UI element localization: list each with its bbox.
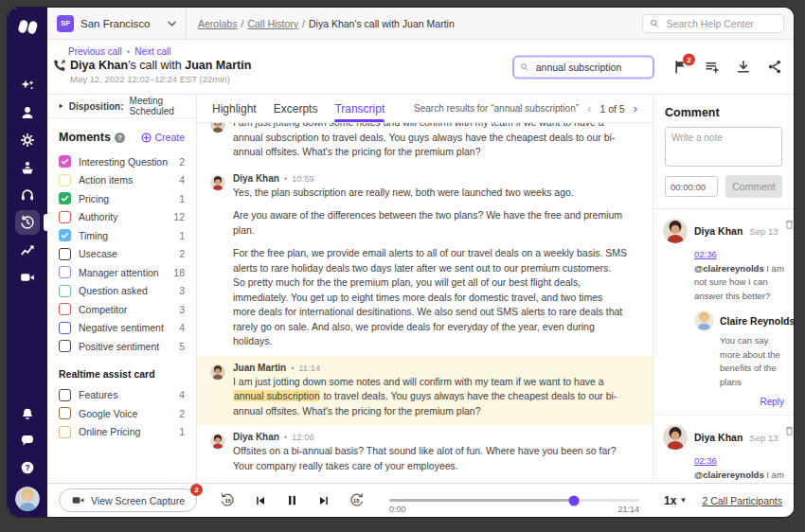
transcript-message[interactable]: I am just jotting down some notes and wi…: [197, 123, 653, 167]
sparkles-icon: [20, 78, 35, 93]
transcript-message[interactable]: Juan Martin•11:14I am just jotting down …: [197, 356, 653, 426]
comment-panel-title: Comment: [653, 95, 794, 127]
moment-row[interactable]: Features4: [47, 386, 196, 405]
sidebar-item-help[interactable]: ?: [15, 455, 40, 480]
delete-comment-icon[interactable]: [784, 219, 794, 230]
comment-note-input[interactable]: [665, 127, 782, 167]
moment-checkbox[interactable]: [59, 192, 71, 204]
breadcrumb-link-call-history[interactable]: Call History: [247, 18, 298, 29]
moment-checkbox[interactable]: [59, 211, 71, 223]
share-button[interactable]: [767, 60, 782, 75]
help-search[interactable]: [642, 14, 784, 33]
sidebar-item-sparkles[interactable]: [15, 73, 40, 98]
previous-call-link[interactable]: Previous call: [68, 46, 122, 57]
tab-excerpts[interactable]: Excerpts: [274, 95, 318, 122]
time-start-label: 0:00: [389, 505, 406, 514]
add-to-playlist-button[interactable]: [705, 60, 720, 75]
disposition-row[interactable]: Disposition: Meeting Scheduled: [47, 95, 196, 118]
comment-time-link[interactable]: 02:36: [694, 249, 717, 259]
moment-checkbox[interactable]: [59, 174, 71, 186]
transcript-scroll-area[interactable]: I am just jotting down some notes and wi…: [197, 123, 653, 483]
next-result-button[interactable]: ›: [634, 102, 637, 115]
moment-row[interactable]: Timing1: [47, 226, 196, 245]
moment-count: 12: [173, 211, 185, 222]
progress-track[interactable]: [389, 499, 639, 502]
sidebar-item-chat[interactable]: [15, 428, 40, 452]
reply-link[interactable]: Reply: [760, 397, 784, 407]
office-switcher[interactable]: SF San Francisco: [47, 8, 186, 39]
rewind-15-button[interactable]: 15: [220, 492, 236, 508]
next-track-button[interactable]: [317, 494, 331, 507]
breadcrumb-link-aerolabs[interactable]: Aerolabs: [198, 18, 237, 29]
moment-row[interactable]: Usecase2: [47, 245, 196, 264]
moment-row[interactable]: Negative sentiment4: [47, 319, 196, 338]
sidebar-item-meetings[interactable]: [15, 265, 40, 290]
app-logo-icon[interactable]: [16, 15, 40, 39]
previous-result-button[interactable]: ‹: [587, 102, 591, 115]
comment-submit-button[interactable]: Comment: [725, 175, 782, 198]
help-search-input[interactable]: [665, 17, 777, 30]
moment-checkbox[interactable]: [59, 322, 71, 334]
download-button[interactable]: [736, 60, 751, 75]
tab-highlight[interactable]: Highlight: [212, 95, 257, 122]
call-participants-link[interactable]: 2 Call Participants: [702, 495, 782, 506]
transcript-search-box[interactable]: [512, 55, 654, 79]
call-header: Previous call • Next call Diya Khan's ca…: [47, 40, 794, 95]
tab-transcript[interactable]: Transcript: [334, 95, 385, 122]
moment-label: Question asked: [79, 285, 171, 296]
moment-row[interactable]: Google Voice2: [47, 404, 196, 423]
view-screen-capture-button[interactable]: View Screen Capture 2: [59, 488, 197, 512]
user-avatar[interactable]: [15, 487, 40, 511]
sidebar-item-coaching[interactable]: [15, 155, 40, 180]
comment-timestamp-input[interactable]: [665, 176, 718, 197]
forward-15-button[interactable]: 15: [349, 492, 365, 508]
sidebar-item-analytics[interactable]: [15, 238, 40, 262]
moment-checkbox[interactable]: [59, 407, 71, 419]
search-match-highlight: annual subscription: [233, 390, 320, 401]
sidebar-item-support[interactable]: [15, 183, 40, 207]
moment-checkbox[interactable]: [59, 155, 71, 168]
previous-track-button[interactable]: [254, 494, 267, 507]
assist-title: Realtime assist card: [47, 356, 196, 386]
playback-speed-selector[interactable]: 1x ▼: [664, 494, 687, 507]
moment-count: 3: [179, 304, 185, 315]
tabs: HighlightExcerptsTranscript: [212, 95, 385, 122]
flag-moments-button[interactable]: 2: [673, 60, 689, 75]
moment-row[interactable]: Question asked3: [47, 282, 196, 301]
moment-checkbox[interactable]: [59, 426, 71, 438]
sidebar-item-history[interactable]: [15, 210, 40, 235]
moment-checkbox[interactable]: [59, 266, 71, 278]
delete-comment-icon[interactable]: [784, 425, 794, 436]
moment-checkbox[interactable]: [59, 248, 71, 260]
pause-button[interactable]: [285, 493, 299, 507]
moment-checkbox[interactable]: [59, 285, 71, 297]
moment-count: 1: [179, 193, 185, 204]
moment-row[interactable]: Manager attention18: [47, 263, 196, 282]
commenter-name: Diya Khan: [694, 225, 742, 237]
help-question-icon[interactable]: ?: [115, 133, 125, 143]
moment-checkbox[interactable]: [59, 389, 71, 401]
moment-row[interactable]: Competitor3: [47, 300, 196, 319]
moment-row[interactable]: Positive sentiment5: [47, 337, 196, 356]
create-moment-button[interactable]: Create: [141, 132, 185, 143]
moment-row[interactable]: Online Pricing1: [47, 423, 196, 442]
sidebar-item-notifications[interactable]: [15, 400, 40, 425]
moment-row[interactable]: Pricing1: [47, 189, 196, 208]
playhead-handle[interactable]: [569, 495, 580, 505]
next-call-link[interactable]: Next call: [134, 46, 170, 57]
message-text: I am just jotting down some notes and wi…: [233, 375, 628, 419]
transcript-message[interactable]: Diya Khan•10:59Yes, the plan subscriptio…: [197, 167, 653, 356]
comment-submit-row: Comment: [653, 167, 794, 209]
sidebar-item-settings[interactable]: [15, 128, 40, 152]
moment-row[interactable]: Interesting Question2: [47, 152, 196, 171]
moment-checkbox[interactable]: [59, 340, 71, 352]
moment-row[interactable]: Action items4: [47, 171, 196, 190]
transcript-search-input[interactable]: [534, 61, 647, 74]
moment-checkbox[interactable]: [59, 303, 71, 315]
comment-time-link[interactable]: 02:36: [694, 455, 717, 466]
svg-text:15: 15: [353, 498, 360, 504]
moment-checkbox[interactable]: [59, 229, 71, 241]
sidebar-item-contacts[interactable]: [15, 100, 40, 125]
moment-row[interactable]: Authority12: [47, 208, 196, 227]
transcript-message[interactable]: Diya Khan•12:06Offsites on a bi-annual b…: [197, 425, 653, 480]
